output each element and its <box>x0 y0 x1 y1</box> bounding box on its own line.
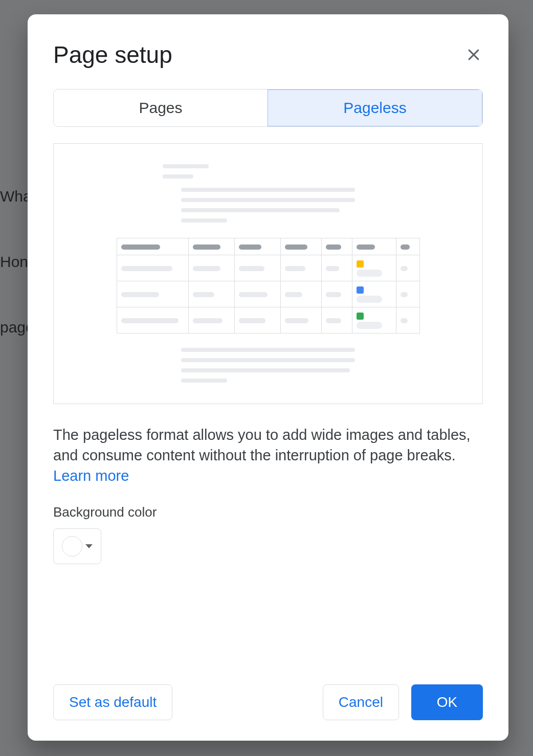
set-as-default-button[interactable]: Set as default <box>53 684 172 720</box>
pageless-description: The pageless format allows you to add wi… <box>53 425 483 486</box>
close-icon[interactable] <box>464 46 483 64</box>
tab-pageless[interactable]: Pageless <box>268 90 482 126</box>
preview-table <box>117 238 420 333</box>
tab-pages[interactable]: Pages <box>54 90 268 126</box>
background-color-picker[interactable] <box>53 528 101 564</box>
pageless-preview <box>53 143 483 404</box>
dialog-actions: Set as default Cancel OK <box>53 684 483 720</box>
page-setup-dialog: Page setup Pages Pageless <box>28 14 508 741</box>
description-text: The pageless format allows you to add wi… <box>53 427 471 463</box>
color-swatch <box>62 536 82 557</box>
learn-more-link[interactable]: Learn more <box>53 468 129 484</box>
dialog-title: Page setup <box>53 41 172 69</box>
ok-button[interactable]: OK <box>411 684 483 720</box>
cancel-button[interactable]: Cancel <box>323 684 399 720</box>
tab-row: Pages Pageless <box>53 89 483 127</box>
chevron-down-icon <box>85 544 93 548</box>
background-color-label: Background color <box>53 504 483 520</box>
